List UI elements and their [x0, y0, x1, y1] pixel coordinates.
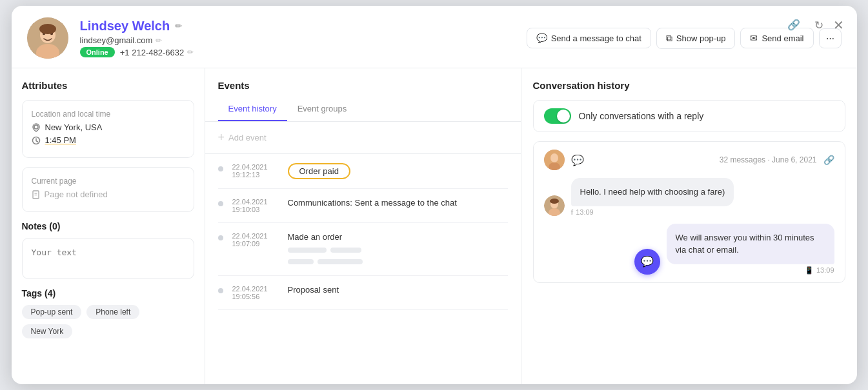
- more-icon: ⋯: [826, 34, 834, 43]
- event-dot: [218, 201, 223, 206]
- popup-icon: ⧉: [666, 33, 672, 44]
- notes-box: [22, 238, 194, 279]
- send-message-button[interactable]: 💬 Send a message to chat: [527, 28, 651, 48]
- received-bubble-group: Hello. I need help with choosing a fare)…: [571, 178, 734, 216]
- list-item: 22.04.2021 19:10:03 Communications: Sent…: [218, 189, 508, 223]
- conversation-panel: Conversation history Only conversations …: [521, 68, 857, 384]
- chat-icon: 💬: [536, 33, 547, 43]
- tags-list: Pop-up sent Phone left New York: [22, 305, 194, 338]
- user-avatar-img: [544, 195, 565, 216]
- plus-icon: +: [218, 131, 225, 144]
- tag-phone-left[interactable]: Phone left: [86, 305, 139, 319]
- message-sent: We will answer you within 30 minutes via…: [544, 224, 834, 275]
- online-badge: Online: [80, 47, 115, 57]
- user-email: lindsey@gmail.com ✏: [80, 35, 163, 45]
- user-phone-row: Online +1 212-482-6632 ✏: [80, 47, 527, 57]
- current-page-value: Page not defined: [45, 190, 108, 199]
- user-meta: lindsey@gmail.com ✏: [80, 35, 527, 45]
- toggle-knob: [557, 110, 570, 122]
- add-event-button[interactable]: + Add event: [205, 122, 521, 154]
- toggle-row: Only conversations with a reply: [533, 100, 845, 132]
- tag-new-york[interactable]: New York: [22, 324, 73, 338]
- event-time-block: 22.04.2021 19:10:03: [232, 198, 279, 213]
- svg-point-6: [34, 125, 38, 129]
- current-page-box: Current page Page not defined: [22, 167, 194, 212]
- location-row: New York, USA: [32, 122, 185, 132]
- clock-icon: [32, 136, 41, 145]
- user-name: Lindsey Welch: [80, 19, 170, 34]
- avatar: [27, 17, 68, 59]
- edit-phone-icon[interactable]: ✏: [187, 48, 194, 57]
- received-bubble: Hello. I need help with choosing a fare): [571, 178, 734, 206]
- skeleton: [318, 259, 363, 264]
- location-label: Location and local time: [32, 110, 185, 119]
- agent-avatar: [544, 150, 565, 170]
- refresh-button[interactable]: ↻: [814, 19, 823, 32]
- link-icon-button[interactable]: 🔗: [787, 19, 800, 31]
- list-item: 22.04.2021 19:07:09 Made an order: [218, 223, 508, 276]
- events-header: Events Event history Event groups: [205, 68, 521, 122]
- user-name-row: Lindsey Welch ✏: [80, 19, 527, 34]
- send-email-button[interactable]: ✉ Send email: [740, 28, 813, 48]
- edit-email-icon[interactable]: ✏: [156, 36, 162, 45]
- edit-name-icon[interactable]: ✏: [175, 21, 182, 31]
- email-icon: ✉: [750, 33, 758, 43]
- chat-bubble-icon: 💬: [571, 154, 584, 166]
- events-panel: Events Event history Event groups + Add …: [205, 68, 521, 384]
- tag-popup-sent[interactable]: Pop-up sent: [22, 305, 82, 319]
- received-time: 13:09: [576, 208, 594, 216]
- user-info: Lindsey Welch ✏ lindsey@gmail.com ✏ Onli…: [80, 19, 527, 57]
- svg-point-17: [550, 199, 559, 204]
- page-icon: [32, 190, 40, 199]
- tab-event-history[interactable]: Event history: [218, 97, 287, 121]
- sent-time: 13:09: [816, 266, 834, 274]
- mobile-icon: 📱: [805, 266, 814, 275]
- skeleton: [330, 248, 361, 253]
- notes-title: Notes (0): [22, 221, 194, 231]
- reply-toggle[interactable]: [544, 108, 571, 124]
- chat-fab-icon: 💬: [641, 255, 654, 268]
- events-tabs: Event history Event groups: [218, 97, 508, 121]
- attributes-title: Attributes: [22, 80, 194, 91]
- local-time: 1:45 PM: [45, 135, 76, 145]
- order-paid-badge: Order paid: [288, 163, 350, 179]
- conv-meta: 💬 32 messages · June 6, 2021 🔗: [544, 150, 834, 170]
- messages: Hello. I need help with choosing a fare)…: [544, 178, 834, 275]
- events-title: Events: [218, 68, 508, 97]
- event-content: Proposal sent: [288, 285, 339, 295]
- svg-point-5: [39, 24, 56, 34]
- notes-input[interactable]: [32, 248, 185, 267]
- received-msg-meta: f 13:09: [571, 208, 734, 216]
- user-phone: +1 212-482-6632 ✏: [120, 48, 194, 57]
- facebook-icon: f: [571, 208, 574, 216]
- customer-modal: Lindsey Welch ✏ lindsey@gmail.com ✏ Onli…: [12, 6, 857, 384]
- message-received: Hello. I need help with choosing a fare)…: [544, 178, 834, 216]
- event-content: Communications: Sent a message to the ch…: [288, 198, 457, 208]
- avatar-image: [27, 17, 68, 59]
- svg-point-12: [550, 153, 558, 162]
- attributes-panel: Attributes Location and local time New Y…: [12, 68, 205, 384]
- location-box: Location and local time New York, USA 1:…: [22, 100, 194, 158]
- conv-link-icon[interactable]: 🔗: [823, 155, 834, 165]
- skeleton: [288, 248, 327, 253]
- event-content: Order paid: [288, 163, 350, 179]
- event-time-block: 22.04.2021 19:05:56: [232, 285, 279, 300]
- conv-date: 32 messages · June 6, 2021: [720, 155, 817, 164]
- body: Attributes Location and local time New Y…: [12, 68, 857, 384]
- chat-fab-button[interactable]: 💬: [634, 249, 660, 275]
- event-dot: [218, 288, 223, 293]
- event-list: 22.04.2021 19:12:13 Order paid 22.04.202…: [205, 154, 521, 310]
- event-skeletons: [288, 246, 363, 266]
- list-item: 22.04.2021 19:05:56 Proposal sent: [218, 276, 508, 310]
- event-time-block: 22.04.2021 19:12:13: [232, 163, 279, 179]
- tab-event-groups[interactable]: Event groups: [287, 97, 358, 121]
- sent-msg-meta: 📱 13:09: [667, 266, 834, 275]
- header: Lindsey Welch ✏ lindsey@gmail.com ✏ Onli…: [12, 6, 857, 68]
- event-content: Made an order: [288, 232, 363, 266]
- event-dot: [218, 166, 223, 171]
- close-button[interactable]: ✕: [833, 17, 844, 33]
- show-popup-button[interactable]: ⧉ Show pop-up: [656, 28, 736, 49]
- tags-title: Tags (4): [22, 288, 194, 298]
- toggle-label: Only conversations with a reply: [579, 111, 704, 121]
- time-row: 1:45 PM: [32, 135, 185, 145]
